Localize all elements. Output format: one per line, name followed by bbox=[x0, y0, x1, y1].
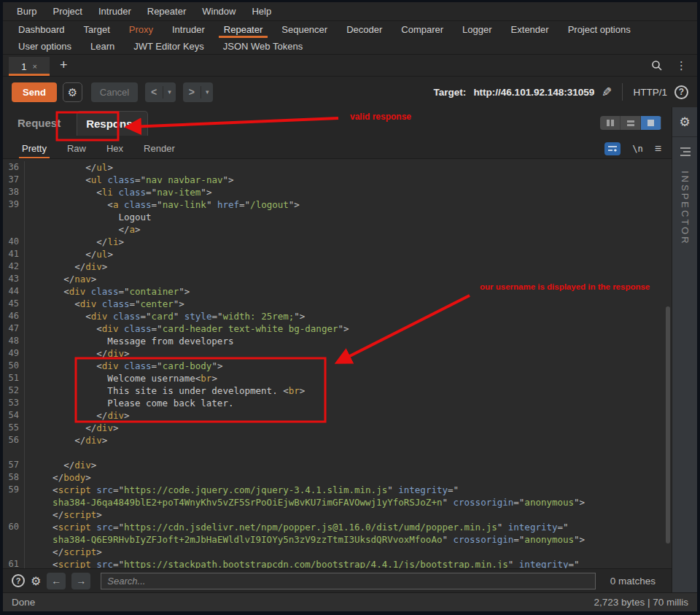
menu-help[interactable]: Help bbox=[244, 2, 279, 20]
view-tab-pretty[interactable]: Pretty bbox=[13, 139, 55, 158]
kebab-menu-icon[interactable]: ⋮ bbox=[676, 59, 687, 72]
columns-icon bbox=[611, 120, 614, 126]
previous-match-button[interactable]: ← bbox=[47, 573, 66, 589]
search-icon[interactable] bbox=[651, 60, 663, 71]
match-count: 0 matches bbox=[602, 576, 663, 587]
status-bar: Done 2,723 bytes | 70 millis bbox=[3, 592, 697, 611]
tab-proxy[interactable]: Proxy bbox=[120, 21, 163, 38]
search-help-icon[interactable]: ? bbox=[12, 574, 25, 587]
scrollbar[interactable] bbox=[666, 306, 670, 544]
send-settings-gear-icon[interactable]: ⚙ bbox=[63, 82, 82, 102]
layout-columns-button[interactable] bbox=[600, 116, 621, 130]
word-wrap-button[interactable] bbox=[604, 142, 621, 155]
code-line: 39 <a class="nav-link" href="/logout"> bbox=[3, 198, 672, 211]
repeater-tab-1[interactable]: 1 × bbox=[9, 57, 50, 76]
line-number: 54 bbox=[3, 409, 25, 422]
http-version-label[interactable]: HTTP/1 bbox=[633, 87, 667, 98]
tab-jwt-editor-keys[interactable]: JWT Editor Keys bbox=[124, 38, 214, 54]
tab-decoder[interactable]: Decoder bbox=[337, 21, 392, 38]
line-number: 53 bbox=[3, 397, 25, 409]
tab-comparer[interactable]: Comparer bbox=[392, 21, 453, 38]
code-line: 36 </ul> bbox=[3, 161, 672, 174]
line-number: 61 bbox=[3, 558, 25, 568]
view-tab-hex[interactable]: Hex bbox=[98, 139, 132, 158]
code-line: sha384-J6qa4849blE2+poT4WnyKhv5vZF5SrPoO… bbox=[3, 496, 672, 508]
inspector-title[interactable]: INSPECTOR bbox=[680, 171, 691, 246]
close-tab-icon[interactable]: × bbox=[32, 62, 36, 71]
menu-window[interactable]: Window bbox=[194, 2, 244, 20]
line-number: 37 bbox=[3, 174, 25, 186]
edit-target-pencil-icon[interactable]: ✎ bbox=[602, 85, 612, 100]
line-number: 40 bbox=[3, 236, 25, 248]
menu-project[interactable]: Project bbox=[44, 2, 90, 20]
tab-intruder[interactable]: Intruder bbox=[163, 21, 214, 38]
code-lines: 36 </ul>37 <ul class="nav navbar-nav">38… bbox=[3, 161, 672, 568]
tab-dashboard[interactable]: Dashboard bbox=[9, 21, 74, 38]
response-tab[interactable]: Response bbox=[77, 111, 148, 136]
cancel-button[interactable]: Cancel bbox=[91, 82, 138, 102]
line-number bbox=[3, 533, 25, 546]
search-input[interactable] bbox=[101, 573, 595, 589]
tab-learn[interactable]: Learn bbox=[81, 38, 124, 54]
request-tab[interactable]: Request bbox=[13, 110, 65, 136]
history-back-button[interactable]: < ▾ bbox=[145, 82, 176, 102]
tab-sequencer[interactable]: Sequencer bbox=[272, 21, 337, 38]
code-line: 45 <div class="center"> bbox=[3, 298, 672, 310]
chevron-down-icon[interactable]: ▾ bbox=[163, 88, 176, 96]
menu-repeater[interactable]: Repeater bbox=[139, 2, 194, 20]
next-match-button[interactable]: → bbox=[71, 573, 90, 589]
tab-project-options[interactable]: Project options bbox=[559, 21, 640, 38]
toolbar-divider bbox=[622, 83, 623, 101]
columns-icon bbox=[607, 120, 610, 126]
code-line: Logout bbox=[3, 211, 672, 223]
search-settings-gear-icon[interactable]: ⚙ bbox=[31, 574, 41, 588]
line-number: 42 bbox=[3, 260, 25, 273]
send-button[interactable]: Send bbox=[12, 82, 57, 102]
code-line: 37 <ul class="nav navbar-nav"> bbox=[3, 174, 672, 186]
code-line: 53 Please come back later. bbox=[3, 397, 672, 409]
burp-window: Burp Project Intruder Repeater Window He… bbox=[0, 0, 700, 615]
code-line: 52 This site is under development. <br> bbox=[3, 384, 672, 397]
tab-logger[interactable]: Logger bbox=[453, 21, 501, 38]
line-number: 55 bbox=[3, 422, 25, 434]
inspector-strip: ⚙ INSPECTOR bbox=[672, 107, 697, 592]
code-line: 41 </ul> bbox=[3, 248, 672, 260]
view-tab-render[interactable]: Render bbox=[135, 139, 184, 158]
line-number: 57 bbox=[3, 459, 25, 471]
line-number: 50 bbox=[3, 360, 25, 372]
layout-rows-button[interactable] bbox=[621, 116, 641, 130]
history-forward-label: > bbox=[183, 86, 201, 98]
code-line: 59 <script src="https://code.jquery.com/… bbox=[3, 484, 672, 496]
code-line: 50 <div class="card-body"> bbox=[3, 360, 672, 372]
show-newlines-button[interactable]: \n bbox=[632, 144, 642, 154]
status-message: Done bbox=[12, 597, 35, 608]
collapse-panel-icon[interactable] bbox=[679, 147, 691, 156]
code-line: 38 <li class="nav-item"> bbox=[3, 186, 672, 198]
repeater-tab-label: 1 bbox=[21, 61, 26, 72]
chevron-down-icon[interactable]: ▾ bbox=[201, 88, 214, 96]
line-number bbox=[3, 496, 25, 508]
tab-json-web-tokens[interactable]: JSON Web Tokens bbox=[214, 38, 312, 54]
response-code-view[interactable]: 36 </ul>37 <ul class="nav navbar-nav">38… bbox=[3, 159, 672, 568]
line-number: 52 bbox=[3, 384, 25, 397]
module-tabs-row1: Dashboard Target Proxy Intruder Repeater… bbox=[3, 21, 697, 38]
menu-burp[interactable]: Burp bbox=[9, 2, 44, 20]
toolbar: Send ⚙ Cancel < ▾ > ▾ Target: http://46.… bbox=[3, 77, 697, 107]
history-forward-button[interactable]: > ▾ bbox=[183, 82, 214, 102]
tab-extender[interactable]: Extender bbox=[502, 21, 559, 38]
layout-single-button[interactable] bbox=[641, 116, 661, 130]
view-tab-raw[interactable]: Raw bbox=[58, 139, 95, 158]
editor-menu-icon[interactable]: ≡ bbox=[655, 142, 661, 155]
code-line: 51 Welcome username<br> bbox=[3, 372, 672, 384]
response-metrics: 2,723 bytes | 70 millis bbox=[594, 597, 688, 608]
tab-repeater[interactable]: Repeater bbox=[214, 21, 272, 38]
code-line: </script> bbox=[3, 508, 672, 521]
tab-target[interactable]: Target bbox=[74, 21, 120, 38]
code-line: 61 <script src="https://stackpath.bootst… bbox=[3, 558, 672, 568]
line-number: 38 bbox=[3, 186, 25, 198]
add-tab-button[interactable]: + bbox=[50, 55, 78, 76]
help-icon[interactable]: ? bbox=[674, 85, 688, 99]
menu-intruder[interactable]: Intruder bbox=[90, 2, 139, 20]
inspector-gear-icon[interactable]: ⚙ bbox=[679, 107, 690, 136]
tab-user-options[interactable]: User options bbox=[9, 38, 81, 54]
